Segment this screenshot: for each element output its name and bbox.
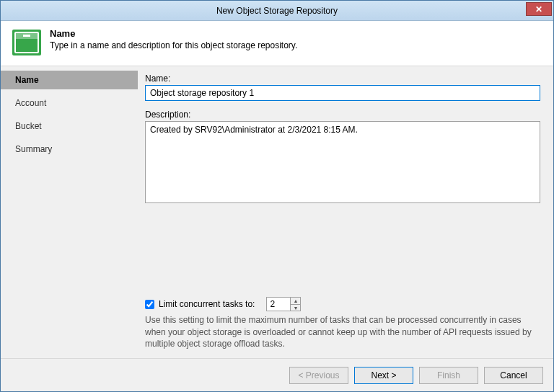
wizard-main: Name: Description: Limit concurrent task… — [138, 66, 553, 358]
name-input[interactable] — [145, 85, 540, 101]
nav-step-bucket[interactable]: Bucket — [1, 117, 138, 135]
limit-tasks-spinner: ▲ ▼ — [266, 297, 301, 311]
name-label: Name: — [145, 74, 540, 84]
description-textarea[interactable] — [145, 121, 540, 203]
cancel-button[interactable]: Cancel — [484, 367, 543, 384]
wizard-footer: < Previous Next > Finish Cancel — [1, 358, 553, 391]
page-title: Name — [50, 28, 297, 39]
wizard-window: New Object Storage Repository ✕ Name Typ… — [0, 0, 554, 392]
window-title: New Object Storage Repository — [216, 6, 338, 16]
limit-tasks-hint: Use this setting to limit the maximum nu… — [145, 314, 540, 349]
nav-step-summary[interactable]: Summary — [1, 140, 138, 159]
limit-tasks-value[interactable] — [267, 298, 290, 311]
wizard-body: Name Account Bucket Summary Name: Descri… — [1, 66, 553, 358]
wizard-nav: Name Account Bucket Summary — [1, 66, 138, 358]
nav-step-account[interactable]: Account — [1, 94, 138, 112]
titlebar: New Object Storage Repository ✕ — [1, 1, 553, 21]
previous-button: < Previous — [289, 367, 348, 384]
finish-button: Finish — [419, 367, 478, 384]
svg-rect-3 — [23, 35, 30, 37]
nav-step-name[interactable]: Name — [1, 71, 138, 89]
wizard-header: Name Type in a name and description for … — [1, 21, 553, 66]
limit-tasks-label: Limit concurrent tasks to: — [159, 299, 255, 309]
close-icon: ✕ — [535, 4, 542, 14]
repository-icon — [11, 28, 43, 57]
header-text: Name Type in a name and description for … — [50, 28, 297, 50]
spinner-down-icon[interactable]: ▼ — [291, 305, 300, 311]
close-button[interactable]: ✕ — [526, 2, 552, 16]
description-label: Description: — [145, 110, 540, 120]
page-subtitle: Type in a name and description for this … — [50, 40, 297, 50]
limit-tasks-row: Limit concurrent tasks to: ▲ ▼ — [145, 297, 540, 311]
spinner-up-icon[interactable]: ▲ — [291, 298, 300, 305]
next-button[interactable]: Next > — [354, 367, 413, 384]
limit-tasks-checkbox[interactable] — [145, 300, 154, 309]
